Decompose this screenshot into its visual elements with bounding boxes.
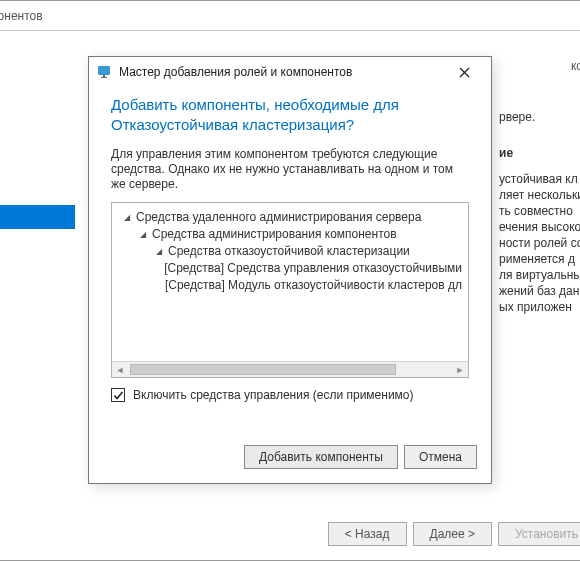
tree-item[interactable]: ◢Средства удаленного администрирования с… — [122, 209, 462, 226]
expander-icon[interactable]: ◢ — [154, 243, 164, 260]
scroll-thumb[interactable] — [130, 364, 396, 375]
dialog-title: Мастер добавления ролей и компонентов — [119, 65, 443, 79]
tree-item-label: Средства администрирования компонентов — [152, 226, 397, 243]
wizard-step[interactable]: овера — [0, 157, 75, 181]
dialog-app-icon — [97, 64, 113, 80]
svg-rect-2 — [101, 77, 107, 78]
parent-window-titlebar: вления ролей и компонентов — [0, 1, 580, 31]
tree-item[interactable]: [Средства] Средства управления отказоуст… — [122, 260, 462, 277]
add-features-button-label: Добавить компоненты — [259, 450, 383, 464]
dialog-button-row: Добавить компоненты Отмена — [89, 433, 491, 483]
dialog-heading: Добавить компоненты, необходимые для Отк… — [111, 95, 469, 135]
wizard-step[interactable]: налом работы — [0, 109, 75, 133]
include-tools-checkbox-row[interactable]: Включить средства управления (если приме… — [111, 388, 469, 402]
parent-footer-buttons: < Назад Далее > Установить — [328, 522, 580, 546]
svg-rect-0 — [98, 66, 110, 75]
include-tools-checkbox[interactable] — [111, 388, 125, 402]
scroll-left-arrow-icon[interactable]: ◄ — [112, 362, 128, 378]
expander-icon[interactable]: ◢ — [122, 209, 132, 226]
features-tree-box: ◢Средства удаленного администрирования с… — [111, 202, 469, 378]
tree-item-label: Средства удаленного администрирования се… — [136, 209, 421, 226]
parent-right-desc: устойчивая кл ляет нескольки ть совместн… — [499, 171, 580, 315]
parent-right-info: рвере. ие устойчивая кл ляет нескольки т… — [499, 109, 580, 315]
scroll-track[interactable] — [128, 362, 452, 378]
parent-right-line1: рвере. — [499, 110, 535, 124]
dialog-description: Для управления этим компонентом требуютс… — [111, 147, 469, 192]
cancel-button[interactable]: Отмена — [404, 445, 477, 469]
parent-header-right: ко — [571, 59, 580, 73]
tree-item-label: Средства отказоустойчивой кластеризации — [168, 243, 410, 260]
features-tree: ◢Средства удаленного администрирования с… — [112, 203, 468, 300]
wizard-step[interactable]: ра — [0, 181, 75, 205]
dialog-body: Добавить компоненты, необходимые для Отк… — [89, 87, 491, 433]
back-button-label: < Назад — [345, 527, 390, 541]
close-icon — [459, 67, 470, 78]
parent-right-subhead: ие — [499, 145, 580, 161]
scroll-right-arrow-icon[interactable]: ► — [452, 362, 468, 378]
dialog-titlebar: Мастер добавления ролей и компонентов — [89, 57, 491, 87]
checkmark-icon — [113, 390, 124, 401]
wizard-step[interactable]: е — [0, 229, 75, 253]
add-features-button[interactable]: Добавить компоненты — [244, 445, 398, 469]
add-features-dialog: Мастер добавления ролей и компонентов До… — [88, 56, 492, 484]
parent-window-title: вления ролей и компонентов — [0, 9, 43, 23]
tree-item[interactable]: ◢Средства отказоустойчивой кластеризации — [122, 243, 462, 260]
cancel-button-label: Отмена — [419, 450, 462, 464]
dialog-close-button[interactable] — [443, 58, 485, 86]
tree-item-label: [Средства] Модуль отказоустойчивости кла… — [165, 277, 462, 294]
back-button[interactable]: < Назад — [328, 522, 407, 546]
next-button[interactable]: Далее > — [413, 522, 493, 546]
next-button-label: Далее > — [430, 527, 476, 541]
tree-item-label: [Средства] Средства управления отказоуст… — [164, 260, 462, 277]
tree-item[interactable]: [Средства] Модуль отказоустойчивости кла… — [122, 277, 462, 294]
horizontal-scrollbar[interactable]: ◄ ► — [112, 361, 468, 377]
tree-item[interactable]: ◢Средства администрирования компонентов — [122, 226, 462, 243]
install-button[interactable]: Установить — [498, 522, 580, 546]
wizard-step[interactable]: ты — [0, 205, 75, 229]
expander-icon[interactable]: ◢ — [138, 226, 148, 243]
install-button-label: Установить — [515, 527, 578, 541]
wizard-step[interactable]: овки — [0, 133, 75, 157]
wizard-steps-list: налом работыовкиовераратые — [0, 109, 75, 253]
svg-rect-1 — [103, 75, 105, 77]
include-tools-label: Включить средства управления (если приме… — [133, 388, 414, 402]
